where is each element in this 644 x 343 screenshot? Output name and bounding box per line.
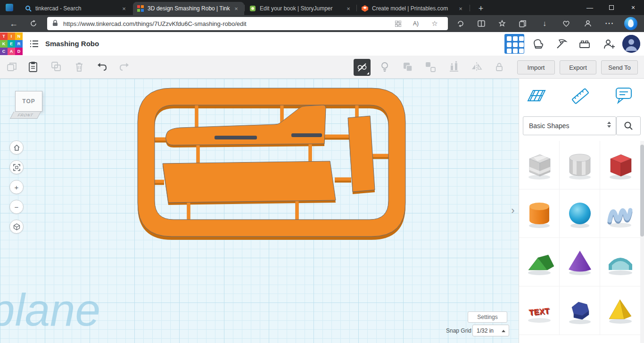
favorites-bar-icon[interactable] [495, 16, 509, 31]
close-window-button[interactable]: × [622, 0, 644, 15]
redo-icon[interactable] [118, 61, 130, 73]
send-to-button[interactable]: Send To [601, 60, 638, 74]
browser-essentials-icon[interactable] [559, 16, 573, 31]
paste-icon[interactable] [27, 61, 39, 73]
favorite-star-icon[interactable]: ☆ [430, 19, 439, 28]
shape-tile-scribble[interactable] [600, 189, 641, 238]
browser-tab-bar: tinkercad - Search × 3D design Smashing … [0, 0, 644, 15]
tab-tinkercad-design[interactable]: 3D design Smashing Robo | Tink × [133, 2, 244, 15]
simlab-mitt-icon[interactable] [531, 37, 544, 50]
downloads-icon[interactable]: ↓ [537, 16, 552, 31]
tab-close-icon[interactable]: × [120, 4, 128, 13]
tab-separator [470, 5, 470, 11]
lightbulb-icon[interactable] [379, 61, 391, 73]
ruler-tool-icon[interactable] [569, 84, 592, 106]
collaborate-person-add-icon[interactable] [603, 37, 616, 50]
align-icon[interactable] [448, 61, 460, 73]
mirror-icon[interactable] [471, 61, 483, 73]
shape-category-dropdown[interactable]: Basic Shapes [523, 116, 616, 135]
show-hide-button[interactable] [354, 59, 371, 76]
browser-toolbar: ← https://www.tinkercad.com/things/7UZzv… [0, 15, 644, 32]
refresh-button[interactable] [26, 16, 41, 31]
copilot-icon[interactable] [624, 17, 637, 30]
dropdown-arrows-icon [607, 122, 611, 128]
dropdown-arrow-icon [502, 330, 505, 332]
read-aloud-icon[interactable]: A) [411, 19, 421, 28]
tab-separator [244, 5, 245, 11]
panel-scrollbar-thumb[interactable] [640, 145, 644, 237]
avatar[interactable] [622, 35, 640, 53]
view-cube-front-face[interactable]: FRONT [10, 112, 41, 119]
undo-icon[interactable] [96, 61, 108, 73]
tab-printables[interactable]: Create model | Printables.com × [357, 2, 469, 15]
workspaces-icon[interactable] [6, 4, 13, 11]
tab-storyjumper[interactable]: Edit your book | StoryJumper × [245, 2, 356, 15]
tinkercad-logo[interactable]: TINKERCAD [0, 33, 23, 55]
duplicate-icon[interactable] [50, 61, 63, 73]
minimize-button[interactable]: — [579, 0, 601, 15]
group-icon[interactable] [402, 61, 414, 73]
shape-tile-cone-purple[interactable] [560, 238, 600, 286]
search-favicon-icon [25, 5, 32, 12]
url-text: https://www.tinkercad.com/things/7UZzvKf… [63, 20, 247, 27]
import-button[interactable]: Import [517, 60, 555, 74]
fit-view-button[interactable] [9, 160, 24, 174]
ungroup-icon[interactable] [424, 61, 437, 73]
apps-icon[interactable] [393, 19, 403, 28]
tab-title: 3D design Smashing Robo | Tink [148, 5, 232, 12]
lego-brick-icon[interactable] [578, 37, 591, 50]
tab-tinkercad-search[interactable]: tinkercad - Search × [21, 2, 132, 15]
shape-tile-box-transparent[interactable] [519, 141, 560, 189]
shape-tile-text-red[interactable]: TEXT TEXT [519, 286, 560, 335]
tinkercad-header: TINKERCAD Smashing Robo [0, 32, 644, 56]
view-cube[interactable]: TOP FRONT [15, 91, 42, 119]
zoom-out-button[interactable]: − [9, 200, 24, 214]
editor-3d-mode-button[interactable] [504, 34, 524, 54]
shape-tile-cylinder-transparent[interactable] [560, 141, 600, 189]
design-title[interactable]: Smashing Robo [45, 32, 99, 56]
tab-title: tinkercad - Search [35, 5, 120, 12]
copy-icon[interactable] [6, 61, 18, 73]
maximize-button[interactable] [601, 0, 622, 15]
profile-icon[interactable] [581, 16, 595, 31]
collapse-panel-button[interactable]: › [508, 202, 518, 219]
shape-tile-box-red[interactable] [600, 141, 641, 189]
zoom-in-button[interactable]: + [9, 180, 24, 194]
shape-tile-roof-green[interactable] [519, 238, 560, 286]
printables-favicon-icon [361, 5, 369, 12]
shape-tile-sphere-blue[interactable] [560, 189, 600, 238]
settings-button[interactable]: Settings [468, 311, 507, 323]
export-button[interactable]: Export [560, 60, 596, 74]
minecraft-pickaxe-icon[interactable] [554, 37, 568, 50]
more-menu-icon[interactable]: ··· [603, 16, 617, 31]
split-screen-icon[interactable] [474, 16, 488, 31]
tab-close-icon[interactable]: × [456, 4, 465, 13]
design-menu-icon[interactable] [28, 38, 40, 49]
shape-tile-polygon-navy[interactable] [560, 286, 600, 335]
back-button[interactable]: ← [7, 16, 21, 31]
perspective-toggle-button[interactable] [9, 220, 24, 234]
shape-tile-round-roof-teal[interactable] [600, 238, 641, 286]
shape-search-button[interactable] [616, 116, 641, 135]
browser-window: tinkercad - Search × 3D design Smashing … [0, 0, 644, 343]
lock-icon[interactable] [493, 61, 505, 73]
tinkercad-favicon-icon [137, 5, 144, 12]
model-smashing-robo-sprue[interactable] [0, 79, 519, 343]
snap-grid-dropdown[interactable]: 1/32 in [472, 325, 509, 336]
shape-tile-cylinder-orange[interactable] [519, 189, 560, 238]
workplane-tool-icon[interactable] [525, 84, 548, 106]
tab-close-icon[interactable]: × [232, 4, 240, 13]
snap-grid-label: Snap Grid [446, 327, 471, 334]
view-cube-top-face[interactable]: TOP [15, 91, 42, 112]
collections-icon[interactable] [516, 16, 530, 31]
workplane-canvas[interactable]: plane TOP FRONT [0, 79, 519, 343]
tab-close-icon[interactable]: × [344, 4, 353, 13]
home-view-button[interactable] [9, 140, 24, 155]
address-bar[interactable]: https://www.tinkercad.com/things/7UZzvKf… [47, 17, 448, 30]
shape-tile-pyramid-yellow[interactable] [600, 286, 641, 335]
sync-icon[interactable] [454, 16, 468, 31]
new-tab-button[interactable]: + [474, 2, 487, 15]
tab-title: Create model | Printables.com [372, 5, 456, 12]
notes-tool-icon[interactable] [612, 84, 635, 106]
delete-icon[interactable] [73, 61, 85, 73]
